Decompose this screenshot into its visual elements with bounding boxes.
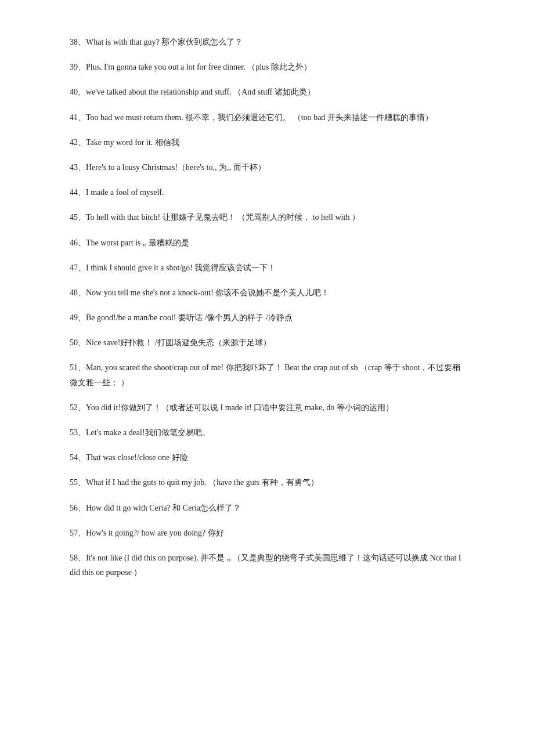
entry-text: 57、How's it going?/ how are you doing? 你…	[70, 526, 464, 540]
content-area: 38、What is with that guy? 那个家伙到底怎么了？39、P…	[70, 35, 464, 580]
entry-text: 58、It's not like (I did this on purpose)…	[70, 551, 464, 580]
list-item: 52、You did it!你做到了！（或者还可以说 I made it! 口语…	[70, 400, 464, 415]
entry-text: 52、You did it!你做到了！（或者还可以说 I made it! 口语…	[70, 400, 464, 415]
entry-text: 55、What if I had the guts to quit my job…	[70, 475, 464, 490]
entry-text: 53、Let's make a deal!我们做笔交易吧。	[70, 425, 464, 440]
entry-text: 54、That was close!/close one 好险	[70, 450, 464, 465]
list-item: 55、What if I had the guts to quit my job…	[70, 475, 464, 490]
list-item: 53、Let's make a deal!我们做笔交易吧。	[70, 425, 464, 440]
list-item: 44、I made a fool of myself.	[70, 185, 464, 200]
entry-text: 56、How did it go with Ceria? 和 Ceria怎么样了…	[70, 501, 464, 515]
list-item: 48、Now you tell me she's not a knock-out…	[70, 285, 464, 300]
entry-text: 45、To hell with that bitch! 让那婊子见鬼去吧！ （咒…	[70, 210, 464, 225]
list-item: 57、How's it going?/ how are you doing? 你…	[70, 526, 464, 540]
list-item: 54、That was close!/close one 好险	[70, 450, 464, 465]
list-item: 39、Plus, I'm gonna take you out a lot fo…	[70, 60, 464, 74]
list-item: 43、Here's to a lousy Christmas!（here's t…	[70, 160, 464, 175]
list-item: 38、What is with that guy? 那个家伙到底怎么了？	[70, 35, 464, 49]
entry-text: 50、Nice save!好扑救！ /打圆场避免失态（来源于足球）	[70, 335, 464, 350]
entry-text: 42、Take my word for it. 相信我	[70, 135, 464, 150]
list-item: 56、How did it go with Ceria? 和 Ceria怎么样了…	[70, 501, 464, 515]
entry-text: 40、we've talked about the relationship a…	[70, 85, 464, 99]
list-item: 41、Too bad we must return them. 很不幸，我们必须…	[70, 110, 464, 125]
entry-text: 51、Man, you scared the shoot/crap out of…	[70, 360, 464, 389]
entry-text: 46、The worst part is ,, 最糟糕的是	[70, 236, 464, 250]
entry-text: 44、I made a fool of myself.	[70, 185, 464, 200]
entry-text: 41、Too bad we must return them. 很不幸，我们必须…	[70, 110, 464, 125]
entry-text: 38、What is with that guy? 那个家伙到底怎么了？	[70, 35, 464, 49]
list-item: 50、Nice save!好扑救！ /打圆场避免失态（来源于足球）	[70, 335, 464, 350]
entry-text: 43、Here's to a lousy Christmas!（here's t…	[70, 160, 464, 175]
list-item: 42、Take my word for it. 相信我	[70, 135, 464, 150]
entry-text: 49、Be good!/be a man/be cool! 要听话 /像个男人的…	[70, 310, 464, 325]
list-item: 51、Man, you scared the shoot/crap out of…	[70, 360, 464, 389]
list-item: 47、I think I should give it a shot/go! 我…	[70, 261, 464, 275]
list-item: 40、we've talked about the relationship a…	[70, 85, 464, 99]
entry-text: 48、Now you tell me she's not a knock-out…	[70, 285, 464, 300]
list-item: 49、Be good!/be a man/be cool! 要听话 /像个男人的…	[70, 310, 464, 325]
entry-text: 39、Plus, I'm gonna take you out a lot fo…	[70, 60, 464, 74]
list-item: 45、To hell with that bitch! 让那婊子见鬼去吧！ （咒…	[70, 210, 464, 225]
entry-text: 47、I think I should give it a shot/go! 我…	[70, 261, 464, 275]
list-item: 46、The worst part is ,, 最糟糕的是	[70, 236, 464, 250]
list-item: 58、It's not like (I did this on purpose)…	[70, 551, 464, 580]
